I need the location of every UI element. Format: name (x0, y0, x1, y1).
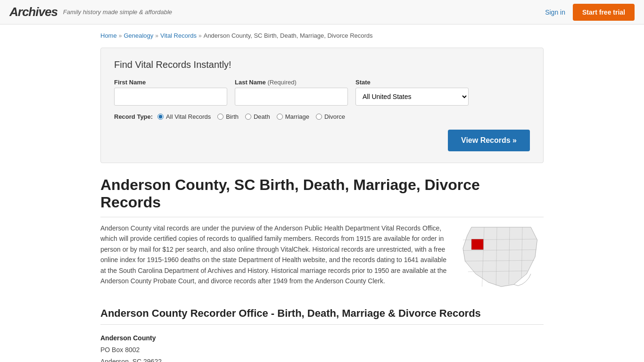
search-box: Find Vital Records Instantly! First Name… (100, 48, 544, 163)
record-type-label: Record Type: (114, 113, 153, 120)
logo-tagline: Family history made simple & affordable (63, 8, 172, 16)
state-group: State All United States (355, 79, 469, 106)
view-records-button[interactable]: View Records » (448, 130, 530, 151)
radio-death-label: Death (254, 113, 270, 120)
site-header: Archives Family history made simple & af… (0, 0, 644, 25)
search-box-title: Find Vital Records Instantly! (114, 59, 530, 70)
breadcrumb-sep-3: » (198, 33, 202, 39)
radio-divorce[interactable]: Divorce (316, 113, 345, 120)
radio-death-input[interactable] (245, 114, 251, 120)
radio-marriage-input[interactable] (277, 114, 283, 120)
sc-map (459, 223, 544, 292)
start-trial-button[interactable]: Start free trial (573, 4, 635, 21)
content-section: Anderson County vital records are under … (100, 223, 544, 292)
last-name-input[interactable] (235, 88, 348, 106)
office-name: Anderson County (100, 332, 544, 344)
header-right: Sign in Start free trial (545, 4, 635, 21)
radio-marriage[interactable]: Marriage (277, 113, 309, 120)
main-content: Home » Genealogy » Vital Records » Ander… (91, 25, 553, 362)
state-select[interactable]: All United States (355, 88, 469, 106)
search-fields: First Name Last Name (Required) State Al… (114, 79, 530, 106)
first-name-input[interactable] (114, 88, 227, 106)
state-label: State (355, 79, 469, 86)
radio-divorce-input[interactable] (316, 114, 322, 120)
radio-death[interactable]: Death (245, 113, 270, 120)
sign-in-link[interactable]: Sign in (545, 8, 565, 16)
last-name-label: Last Name (Required) (235, 79, 348, 86)
address-block: Anderson County PO Box 8002 Anderson, SC… (100, 332, 544, 362)
logo: Archives (9, 5, 58, 19)
breadcrumb-sep-2: » (155, 33, 158, 39)
breadcrumb-home[interactable]: Home (100, 32, 117, 39)
radio-marriage-label: Marriage (285, 113, 309, 120)
radio-group: All Vital Records Birth Death Marriage D… (157, 113, 345, 120)
recorder-section: Anderson County Recorder Office - Birth,… (100, 307, 544, 362)
radio-birth[interactable]: Birth (217, 113, 239, 120)
radio-birth-input[interactable] (217, 114, 223, 120)
page-description: Anderson County vital records are under … (100, 223, 447, 292)
breadcrumb-vital-records[interactable]: Vital Records (160, 32, 197, 39)
header-left: Archives Family history made simple & af… (9, 5, 172, 19)
last-name-group: Last Name (Required) (235, 79, 348, 106)
sc-map-svg (459, 223, 544, 291)
recorder-title: Anderson County Recorder Office - Birth,… (100, 307, 544, 325)
breadcrumb-sep-1: » (119, 33, 122, 39)
svg-rect-9 (471, 239, 483, 250)
radio-divorce-label: Divorce (324, 113, 345, 120)
breadcrumb-genealogy[interactable]: Genealogy (124, 32, 153, 39)
record-type-row: Record Type: All Vital Records Birth Dea… (114, 113, 530, 120)
svg-marker-0 (463, 227, 537, 287)
radio-all-vital-input[interactable] (157, 114, 164, 120)
radio-all-vital[interactable]: All Vital Records (157, 113, 211, 120)
radio-birth-label: Birth (226, 113, 239, 120)
office-address2: Anderson, SC 29622 (100, 356, 544, 362)
last-name-required: (Required) (267, 79, 296, 86)
first-name-label: First Name (114, 79, 227, 86)
breadcrumb: Home » Genealogy » Vital Records » Ander… (100, 32, 544, 39)
office-address1: PO Box 8002 (100, 344, 544, 356)
page-title: Anderson County, SC Birth, Death, Marria… (100, 176, 544, 217)
breadcrumb-current: Anderson County, SC Birth, Death, Marria… (204, 32, 373, 39)
first-name-group: First Name (114, 79, 227, 106)
search-footer: View Records » (114, 130, 530, 151)
radio-all-vital-label: All Vital Records (166, 113, 211, 120)
